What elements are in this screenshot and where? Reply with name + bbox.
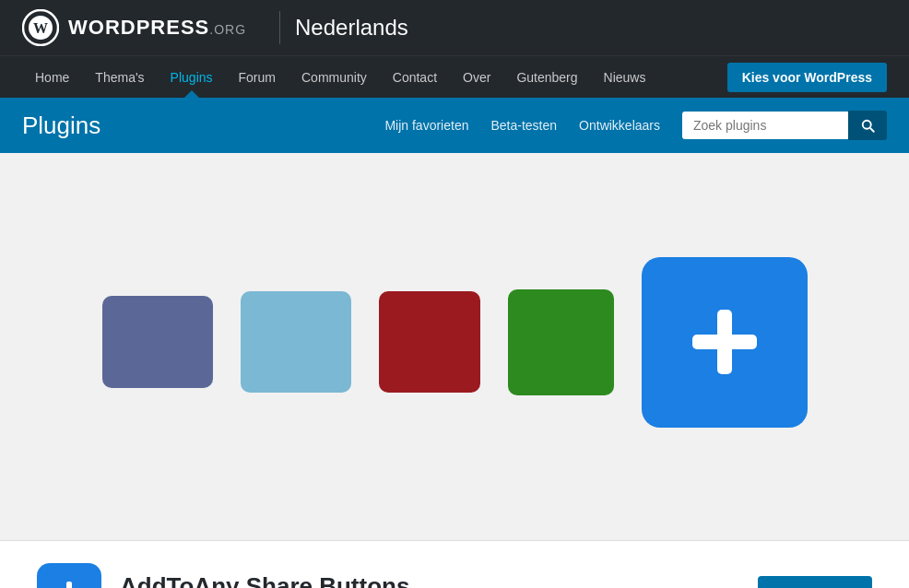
logo-area: W WORDPRESS.ORG bbox=[22, 9, 246, 46]
nav-home[interactable]: Home bbox=[22, 59, 82, 96]
nav-links: Home Thema's Plugins Forum Community Con… bbox=[22, 59, 727, 96]
plugin-search-wrap bbox=[682, 111, 887, 140]
banner-main-icon bbox=[642, 257, 808, 428]
wordpress-logo-icon: W bbox=[22, 9, 59, 46]
plugin-search-button[interactable] bbox=[848, 111, 887, 140]
banner-square-3 bbox=[379, 291, 480, 393]
plugin-text-block: AddToAny Share Buttons Door AddToAny bbox=[120, 572, 739, 589]
nav-community[interactable]: Community bbox=[289, 59, 380, 96]
plugin-name: AddToAny Share Buttons bbox=[120, 572, 739, 589]
nav-nieuws[interactable]: Nieuws bbox=[591, 59, 659, 96]
plugin-info-bar: AddToAny Share Buttons Door AddToAny Dow… bbox=[0, 540, 909, 588]
plus-small-icon bbox=[52, 578, 87, 588]
org-label: .ORG bbox=[209, 22, 246, 37]
main-content bbox=[0, 153, 909, 540]
nav-themas[interactable]: Thema's bbox=[82, 59, 157, 96]
beta-testen-link[interactable]: Beta-testen bbox=[490, 118, 557, 133]
svg-rect-5 bbox=[66, 582, 72, 588]
download-button[interactable]: Download bbox=[758, 576, 872, 588]
nav-bar: Home Thema's Plugins Forum Community Con… bbox=[0, 55, 909, 98]
svg-rect-4 bbox=[692, 335, 757, 349]
plugin-header-bar: Plugins Mijn favorieten Beta-testen Ontw… bbox=[0, 98, 909, 153]
plugin-header-links: Mijn favorieten Beta-testen Ontwikkelaar… bbox=[384, 111, 887, 140]
banner-square-1 bbox=[102, 296, 213, 388]
mijn-favorieten-link[interactable]: Mijn favorieten bbox=[384, 118, 468, 133]
header-divider bbox=[279, 11, 280, 44]
search-icon bbox=[859, 117, 876, 134]
nav-contact[interactable]: Contact bbox=[380, 59, 450, 96]
ontwikkelaars-link[interactable]: Ontwikkelaars bbox=[579, 118, 660, 133]
site-title: Nederlands bbox=[295, 15, 408, 41]
plugin-icon bbox=[37, 563, 101, 588]
wordpress-text: WORDPRESS.ORG bbox=[68, 16, 246, 40]
nav-plugins[interactable]: Plugins bbox=[158, 59, 226, 96]
plugins-page-title: Plugins bbox=[22, 112, 384, 140]
nav-forum[interactable]: Forum bbox=[226, 59, 289, 96]
banner-square-2 bbox=[241, 291, 351, 393]
banner-square-4 bbox=[508, 289, 614, 395]
kies-voor-wordpress-button[interactable]: Kies voor WordPress bbox=[727, 63, 887, 92]
plus-large-icon bbox=[683, 300, 766, 383]
nav-gutenberg[interactable]: Gutenberg bbox=[503, 59, 590, 96]
plugin-banner-images bbox=[102, 257, 808, 428]
plugin-search-input[interactable] bbox=[682, 112, 848, 139]
top-bar: W WORDPRESS.ORG Nederlands bbox=[0, 0, 909, 55]
svg-text:W: W bbox=[33, 20, 48, 36]
nav-over[interactable]: Over bbox=[450, 59, 503, 96]
